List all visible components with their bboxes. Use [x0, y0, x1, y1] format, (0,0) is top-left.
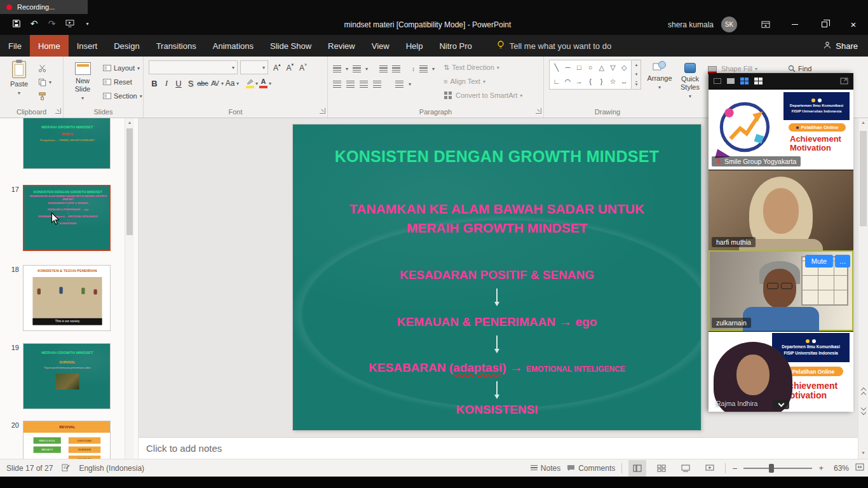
- start-from-beginning-button[interactable]: [65, 18, 74, 29]
- account-name[interactable]: shera kumala: [668, 20, 714, 29]
- customize-qat-button[interactable]: ▾: [83, 18, 92, 29]
- bold-button[interactable]: B: [149, 77, 160, 90]
- underline-button[interactable]: U: [173, 77, 184, 90]
- minimize-button[interactable]: [780, 14, 810, 35]
- shapes-scroll-down-icon[interactable]: ▾: [635, 72, 638, 77]
- slide-canvas[interactable]: KONSISTEN DENGAN GROWTH MINDSET TANAMKAN…: [293, 125, 701, 430]
- shape-double-arrow-icon[interactable]: ↔: [621, 78, 628, 85]
- character-spacing-button[interactable]: AV: [209, 77, 220, 90]
- undo-button[interactable]: ↶: [29, 18, 39, 29]
- shapes-scroll-up-icon[interactable]: ▴: [635, 62, 638, 67]
- align-left-icon[interactable]: [333, 81, 341, 88]
- thumbnail-scrollbar-thumb[interactable]: [126, 128, 133, 235]
- format-painter-button[interactable]: [38, 89, 46, 103]
- shape-arc-icon[interactable]: ◠: [565, 78, 571, 85]
- collapse-videos-button[interactable]: [773, 400, 789, 409]
- paste-button[interactable]: Paste ▾: [4, 60, 34, 97]
- font-dialog-launcher[interactable]: [320, 108, 325, 114]
- change-case-button[interactable]: Aa: [224, 77, 236, 90]
- thumbnail-slide-17[interactable]: KONSISTEN DENGAN GROWTH MINDSET TANAMKAN…: [23, 185, 111, 251]
- text-shadow-button[interactable]: S: [185, 77, 196, 90]
- clear-formatting-button[interactable]: A×: [299, 64, 307, 72]
- font-name-combo[interactable]: ▾: [149, 60, 238, 74]
- clipboard-dialog-launcher[interactable]: [55, 108, 61, 114]
- thumbnail-slide-16[interactable]: MERAIH GROWTH MINDSET REBUS Pengalaman →…: [23, 118, 111, 169]
- main-scrollbar[interactable]: ▴ ▾: [858, 118, 868, 459]
- text-highlight-button[interactable]: [246, 79, 254, 88]
- line-spacing-icon[interactable]: ↕: [412, 65, 415, 72]
- next-slide-button[interactable]: [858, 403, 868, 417]
- font-size-combo[interactable]: ▾: [240, 60, 268, 74]
- align-right-icon[interactable]: [360, 81, 368, 88]
- tab-design[interactable]: Design: [105, 35, 147, 57]
- shape-rectangle-icon[interactable]: □: [577, 64, 581, 71]
- increase-indent-icon[interactable]: [392, 65, 400, 72]
- more-options-button[interactable]: …: [835, 255, 850, 268]
- tab-home[interactable]: Home: [30, 35, 69, 57]
- tell-me-box[interactable]: Tell me what you want to do: [497, 35, 611, 57]
- zoom-percent[interactable]: 63%: [830, 464, 849, 473]
- redo-button[interactable]: ↷: [47, 18, 57, 29]
- grow-font-button[interactable]: A▴: [273, 64, 281, 72]
- paragraph-dialog-launcher[interactable]: [536, 108, 541, 114]
- slide-step4[interactable]: KONSISTENSI: [293, 403, 701, 417]
- thumbnail-slide-20[interactable]: REVIVAL MIND & SOUL DISIPLIN AD MEDIA TV…: [23, 421, 111, 459]
- new-slide-button[interactable]: New Slide ▾: [67, 60, 98, 102]
- notes-pane[interactable]: Click to add notes: [139, 437, 858, 459]
- shape-left-brace-icon[interactable]: {: [589, 78, 592, 85]
- zoom-slider-thumb[interactable]: [769, 464, 774, 473]
- zoom-in-button[interactable]: +: [818, 463, 824, 473]
- notes-toggle-button[interactable]: Notes: [531, 464, 560, 473]
- font-color-button[interactable]: A: [259, 78, 268, 88]
- share-button[interactable]: Share: [813, 35, 868, 57]
- justify-icon[interactable]: [373, 81, 381, 88]
- proofing-status-icon[interactable]: [62, 463, 70, 473]
- text-direction-button[interactable]: ⇅Text Direction▾: [444, 60, 499, 74]
- cut-button[interactable]: [38, 61, 46, 75]
- down-arrow-connector[interactable]: [496, 336, 498, 352]
- shape-elbow-icon[interactable]: ∟: [553, 78, 560, 85]
- shape-star-icon[interactable]: ☆: [609, 78, 616, 85]
- thumbnail-slide-18[interactable]: KONSISTEN & TEGUH PENDIRIAN This is our …: [23, 265, 111, 331]
- slide-title[interactable]: KONSISTEN DENGAN GROWTH MINDSET: [293, 147, 701, 166]
- shape-line-icon[interactable]: ╲: [555, 64, 559, 71]
- scroll-down-icon[interactable]: ▾: [858, 449, 868, 458]
- columns-icon[interactable]: [395, 81, 403, 88]
- tab-transitions[interactable]: Transitions: [148, 35, 205, 57]
- tab-animations[interactable]: Animations: [205, 35, 262, 57]
- tab-nitro-pro[interactable]: Nitro Pro: [431, 35, 480, 57]
- arrange-button[interactable]: Arrange ▾: [644, 60, 675, 91]
- shapes-more-icon[interactable]: ▾: [635, 81, 638, 87]
- tab-slide-show[interactable]: Slide Show: [262, 35, 320, 57]
- restore-button[interactable]: [810, 14, 839, 35]
- main-scrollbar-thumb[interactable]: [860, 131, 867, 226]
- quick-styles-button[interactable]: Quick Styles ▾: [676, 60, 704, 100]
- language-status[interactable]: English (Indonesia): [79, 464, 144, 473]
- mute-button[interactable]: Mute: [805, 255, 833, 268]
- save-button[interactable]: [11, 18, 21, 29]
- zoom-slider[interactable]: [743, 468, 812, 469]
- shrink-font-button[interactable]: A▾: [287, 64, 294, 72]
- thumbnail-scroll-up-icon[interactable]: ▴: [125, 118, 134, 127]
- fit-to-window-button[interactable]: [855, 463, 864, 473]
- recording-indicator[interactable]: Recording...: [0, 0, 88, 14]
- ribbon-display-options-button[interactable]: [751, 14, 780, 35]
- strikethrough-button[interactable]: abc: [197, 77, 208, 90]
- line-spacing-caret-icon[interactable]: ▾: [432, 66, 435, 72]
- shape-straight-line-icon[interactable]: ─: [566, 64, 571, 71]
- tab-view[interactable]: View: [363, 35, 398, 57]
- tab-help[interactable]: Help: [398, 35, 431, 57]
- video-tile-smile-group[interactable]: Departemen Ilmu Komunikasi FISIP Univers…: [709, 89, 853, 170]
- shape-diamond-icon[interactable]: ◇: [621, 64, 627, 71]
- account-avatar[interactable]: SK: [721, 17, 737, 32]
- previous-slide-button[interactable]: [858, 385, 868, 399]
- slide-sorter-view-button[interactable]: [653, 460, 670, 477]
- video-tile-harfi[interactable]: harfi muthia: [709, 170, 853, 250]
- slide-step3[interactable]: KESABARAN (adaptasi) → EMOTIONAL INTELIG…: [293, 360, 701, 375]
- zoom-out-button[interactable]: −: [732, 463, 737, 473]
- numbering-caret-icon[interactable]: ▾: [365, 66, 368, 72]
- shape-arrow-icon[interactable]: →: [576, 78, 583, 85]
- layout-button[interactable]: Layout▾: [103, 61, 140, 75]
- line-spacing-lines-icon[interactable]: [419, 65, 428, 72]
- gallery-view-icon[interactable]: [740, 78, 749, 85]
